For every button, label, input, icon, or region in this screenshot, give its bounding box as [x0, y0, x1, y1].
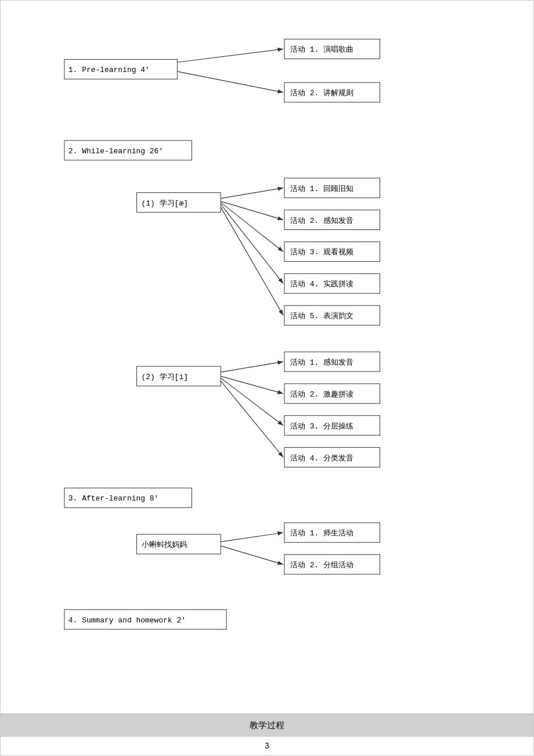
after-learning-label: 3. After-learning 8' [68, 494, 158, 503]
page-number: 3 [1, 737, 533, 755]
page: 1. Pre-learning 4' 活动 1. 演唱歌曲 活动 2. 讲解规则… [0, 0, 534, 756]
summary-label: 4. Summary and homework 2' [68, 616, 186, 625]
act-pre2-label: 活动 2. 讲解规则 [290, 89, 353, 98]
arrow-ae-1 [221, 188, 283, 199]
footer-label: 教学过程 [250, 721, 284, 730]
arrow-xkd-2 [221, 546, 283, 564]
learn-i-label: (2) 学习[i] [142, 373, 188, 381]
arrow-i-1 [221, 362, 283, 372]
act-xkd1-label: 活动 1. 师生活动 [290, 529, 353, 538]
arrow-xkd-1 [221, 532, 283, 542]
while-learning-label: 2. While-learning 26' [68, 147, 163, 156]
diagram-svg: 1. Pre-learning 4' 活动 1. 演唱歌曲 活动 2. 讲解规则… [35, 24, 499, 680]
pre-learning-label: 1. Pre-learning 4' [68, 66, 150, 74]
act-ae3-label: 活动 3. 观看视频 [290, 248, 353, 257]
act-ae1-label: 活动 1. 回顾旧知 [290, 185, 353, 193]
main-content: 1. Pre-learning 4' 活动 1. 演唱歌曲 活动 2. 讲解规则… [1, 1, 533, 714]
arrow-i-4 [221, 381, 283, 458]
arrow-pre-1 [177, 49, 283, 62]
act-xkd2-label: 活动 2. 分组活动 [290, 561, 353, 570]
act-i3-label: 活动 3. 分层操练 [290, 422, 353, 431]
act-i4-label: 活动 4. 分类发音 [290, 454, 353, 463]
xiao-ke-dou-label: 小蝌蚪找妈妈 [142, 541, 187, 549]
footer: 教学过程 [1, 714, 533, 737]
arrow-pre-2 [177, 71, 283, 92]
act-pre1-label: 活动 1. 演唱歌曲 [290, 45, 353, 54]
act-ae4-label: 活动 4. 实践拼读 [290, 280, 353, 289]
learn-ae-label: (1) 学习[æ] [142, 199, 188, 208]
act-ae2-label: 活动 2. 感知发音 [290, 217, 353, 225]
arrow-ae-5 [221, 207, 283, 316]
act-ae5-label: 活动 5. 表演韵文 [290, 312, 353, 321]
act-i1-label: 活动 1. 感知发音 [290, 358, 353, 367]
arrow-ae-2 [221, 201, 283, 220]
act-i2-label: 活动 2. 激趣拼读 [290, 390, 353, 399]
